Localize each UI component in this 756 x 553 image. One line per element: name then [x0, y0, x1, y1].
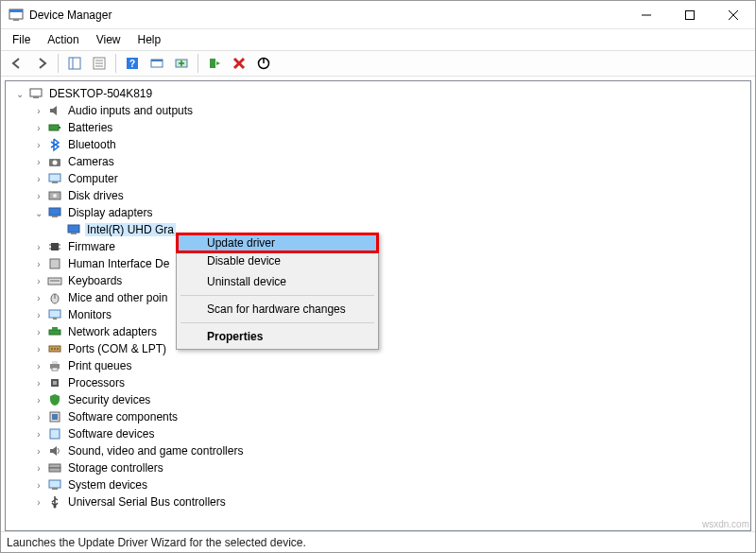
tree-label: Display adapters [66, 206, 154, 219]
collapse-icon[interactable]: ⌄ [13, 89, 26, 99]
tree-root[interactable]: ⌄ DESKTOP-504K819 [6, 85, 750, 102]
collapse-icon[interactable]: ⌄ [32, 208, 45, 218]
expand-icon[interactable]: › [32, 412, 45, 423]
ctx-scan[interactable]: Scan for hardware changes [179, 299, 376, 320]
tree-item-computer[interactable]: ›Computer [6, 170, 750, 187]
svg-rect-28 [49, 174, 60, 181]
menu-action[interactable]: Action [40, 31, 86, 48]
expand-icon[interactable]: › [32, 378, 45, 389]
expand-icon[interactable]: › [32, 480, 45, 491]
tree-item-storage[interactable]: ›Storage controllers [6, 459, 750, 476]
properties-button[interactable] [89, 53, 110, 74]
update-driver-button[interactable] [171, 53, 192, 74]
tree-item-sw-components[interactable]: ›Software components [6, 408, 750, 425]
keyboard-icon [47, 273, 62, 288]
tree-label: Storage controllers [66, 461, 165, 475]
expand-icon[interactable]: › [32, 259, 45, 269]
forward-button[interactable] [31, 53, 52, 74]
expand-icon[interactable]: › [32, 310, 45, 320]
tree-label: Processors [66, 376, 127, 389]
expand-icon[interactable]: › [32, 157, 45, 167]
ctx-disable-device[interactable]: Disable device [179, 251, 376, 271]
disable-device-button[interactable] [253, 53, 274, 74]
svg-rect-62 [49, 464, 60, 468]
menu-view[interactable]: View [89, 31, 129, 48]
window-title: Device Manager [29, 9, 112, 22]
enable-device-button[interactable] [204, 53, 225, 74]
expand-icon[interactable]: › [32, 106, 45, 116]
scan-button[interactable] [146, 53, 167, 74]
expand-icon[interactable]: › [32, 429, 45, 440]
tree-item-audio[interactable]: ›Audio inputs and outputs [6, 102, 750, 119]
ctx-uninstall-device[interactable]: Uninstall device [179, 271, 376, 292]
expand-icon[interactable]: › [32, 327, 45, 337]
svg-rect-60 [52, 414, 58, 420]
expand-icon[interactable]: › [32, 191, 45, 201]
chip-icon [47, 239, 62, 254]
svg-rect-34 [68, 225, 79, 233]
svg-rect-29 [52, 181, 58, 183]
tree-item-cameras[interactable]: ›Cameras [6, 153, 750, 170]
tree-label: Firmware [66, 240, 117, 253]
expand-icon[interactable]: › [32, 361, 45, 372]
tree-item-sw-devices[interactable]: ›Software devices [6, 425, 750, 442]
svg-rect-48 [49, 330, 60, 335]
maximize-button[interactable] [668, 1, 712, 29]
menu-help[interactable]: Help [130, 31, 169, 48]
svg-rect-46 [49, 310, 60, 318]
tree-item-bluetooth[interactable]: ›Bluetooth [6, 136, 750, 153]
tree-item-batteries[interactable]: ›Batteries [6, 119, 750, 136]
device-manager-window: Device Manager File Action View Help ? ⌄… [0, 0, 756, 553]
mouse-icon [47, 290, 62, 305]
expand-icon[interactable]: › [32, 276, 45, 286]
tree-item-sound[interactable]: ›Sound, video and game controllers [6, 442, 750, 459]
show-hide-tree-button[interactable] [64, 53, 85, 74]
svg-rect-2 [13, 19, 19, 21]
ctx-label: Properties [207, 330, 263, 343]
tree-item-security[interactable]: ›Security devices [6, 391, 750, 408]
tree-item-system[interactable]: ›System devices [6, 476, 750, 493]
tree-label: Cameras [66, 155, 116, 168]
ctx-separator [180, 322, 374, 323]
tree-label: Disk drives [66, 189, 126, 202]
tree-label: Ports (COM & LPT) [66, 342, 168, 355]
ctx-properties[interactable]: Properties [179, 326, 376, 347]
expand-icon[interactable]: › [32, 174, 45, 184]
battery-icon [47, 120, 62, 135]
ctx-update-driver[interactable]: Update driver [176, 233, 379, 253]
close-button[interactable] [712, 1, 755, 29]
expand-icon[interactable]: › [32, 497, 45, 508]
menu-file[interactable]: File [5, 31, 38, 48]
expand-icon[interactable]: › [32, 293, 45, 303]
tree-label: Network adapters [66, 325, 159, 338]
expand-icon[interactable]: › [32, 395, 45, 406]
tree-item-display-adapters[interactable]: ⌄Display adapters [6, 204, 750, 221]
watermark: wsxdn.com [702, 519, 749, 529]
tree-item-disk[interactable]: ›Disk drives [6, 187, 750, 204]
help-button[interactable]: ? [122, 53, 143, 74]
minimize-button[interactable] [625, 1, 668, 29]
expand-icon[interactable]: › [32, 446, 45, 457]
expand-icon[interactable]: › [32, 123, 45, 133]
menubar: File Action View Help [1, 29, 755, 50]
svg-rect-18 [210, 59, 215, 68]
speaker-icon [47, 443, 62, 458]
svg-rect-33 [52, 216, 58, 217]
monitor-icon [47, 307, 62, 322]
tree-item-print[interactable]: ›Print queues [6, 357, 750, 374]
tree-item-usb[interactable]: ›Universal Serial Bus controllers [6, 493, 750, 510]
network-icon [47, 324, 62, 339]
expand-icon[interactable]: › [32, 242, 45, 252]
svg-rect-4 [686, 10, 695, 19]
pc-icon [47, 171, 62, 186]
tree-item-processors[interactable]: ›Processors [6, 374, 750, 391]
expand-icon[interactable]: › [32, 344, 45, 354]
expand-icon[interactable]: › [32, 463, 45, 474]
display-icon [66, 222, 81, 237]
uninstall-device-button[interactable] [229, 53, 249, 74]
back-button[interactable] [7, 53, 27, 74]
svg-rect-24 [49, 125, 59, 130]
svg-point-53 [57, 348, 59, 350]
expand-icon[interactable]: › [32, 140, 45, 150]
tree-label: Computer [66, 172, 120, 185]
